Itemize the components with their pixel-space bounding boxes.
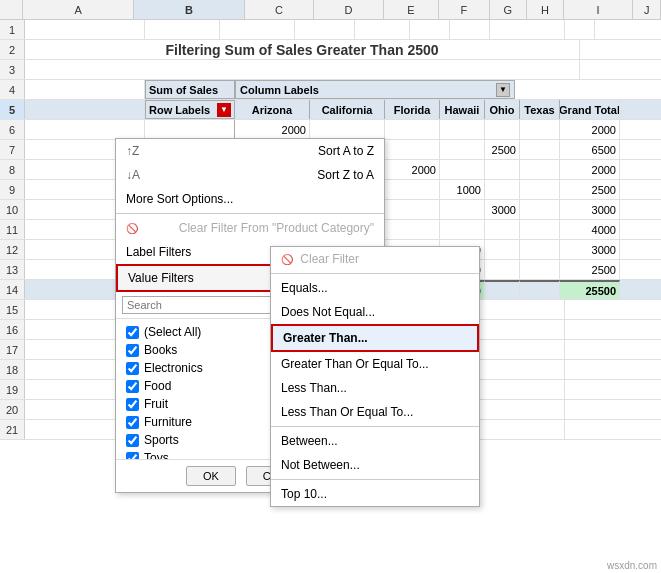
submenu-separator-1: [271, 273, 479, 274]
submenu-less-than-or-equal-label: Less Than Or Equal To...: [281, 405, 413, 419]
pivot-title: Filtering Sum of Sales Greater Than 2500: [25, 40, 580, 59]
clear-filter-item: 🚫 Clear Filter From "Product Category": [116, 216, 384, 240]
submenu-equals[interactable]: Equals...: [271, 276, 479, 300]
submenu-between-label: Between...: [281, 434, 338, 448]
cell-b1[interactable]: [25, 20, 145, 39]
california-header: California: [310, 100, 385, 119]
checkbox-fruit-label: Fruit: [144, 397, 168, 411]
row-num-11: 11: [0, 220, 25, 239]
col-header-c[interactable]: C: [245, 0, 314, 19]
more-sort-label: More Sort Options...: [126, 192, 233, 206]
submenu-less-than-label: Less Than...: [281, 381, 347, 395]
checkbox-sports-label: Sports: [144, 433, 179, 447]
submenu-greater-than-or-equal-label: Greater Than Or Equal To...: [281, 357, 429, 371]
cell-e1[interactable]: [295, 20, 355, 39]
checkbox-electronics-label: Electronics: [144, 361, 203, 375]
submenu-less-than[interactable]: Less Than...: [271, 376, 479, 400]
cell-b6[interactable]: [25, 120, 145, 139]
sort-za-label: Sort Z to A: [317, 168, 374, 182]
checkbox-books-label: Books: [144, 343, 177, 357]
row-num-7: 7: [0, 140, 25, 159]
col-header-d[interactable]: D: [314, 0, 383, 19]
separator-1: [116, 213, 384, 214]
ohio-header: Ohio: [485, 100, 520, 119]
col-header-a[interactable]: A: [23, 0, 134, 19]
submenu-greater-than-label: Greater Than...: [283, 331, 368, 345]
row-3: 3: [0, 60, 661, 80]
checkbox-furniture-label: Furniture: [144, 415, 192, 429]
row-num-4: 4: [0, 80, 25, 99]
hawaii-header: Hawaii: [440, 100, 485, 119]
checkbox-toys-label: Toys: [144, 451, 169, 459]
pivot-sum-sales-header: Sum of Sales: [145, 80, 235, 99]
sort-az-label: Sort A to Z: [318, 144, 374, 158]
spreadsheet: A B C D E F G H I J 1 2 Filtering Sum of…: [0, 0, 661, 573]
row-num-8: 8: [0, 160, 25, 179]
col-header-e[interactable]: E: [384, 0, 439, 19]
row-labels-filter-btn[interactable]: ▼: [217, 103, 231, 117]
cell-b5[interactable]: [25, 100, 145, 119]
row-1: 1: [0, 20, 661, 40]
cell-c1[interactable]: [145, 20, 220, 39]
submenu-not-between-label: Not Between...: [281, 458, 360, 472]
col-header-j[interactable]: J: [633, 0, 661, 19]
submenu-not-between[interactable]: Not Between...: [271, 453, 479, 477]
cell-f1[interactable]: [355, 20, 410, 39]
cell-g1[interactable]: [410, 20, 450, 39]
cell-b3[interactable]: [25, 60, 580, 79]
submenu-less-than-or-equal[interactable]: Less Than Or Equal To...: [271, 400, 479, 424]
label-filters-label: Label Filters: [126, 245, 191, 259]
value-filters-submenu: 🚫 Clear Filter Equals... Does Not Equal.…: [270, 246, 480, 507]
more-sort-item[interactable]: More Sort Options...: [116, 187, 384, 211]
arizona-header: Arizona: [235, 100, 310, 119]
checkbox-select-all-label: (Select All): [144, 325, 201, 339]
submenu-top10[interactable]: Top 10...: [271, 482, 479, 506]
col-header-h[interactable]: H: [527, 0, 564, 19]
sort-az-item[interactable]: ↑Z Sort A to Z: [116, 139, 384, 163]
submenu-greater-than[interactable]: Greater Than...: [271, 324, 479, 352]
checkbox-fruit-input[interactable]: [126, 398, 139, 411]
cell-b4[interactable]: [25, 80, 145, 99]
row-6: 6 2000 2000: [0, 120, 661, 140]
cell-d1[interactable]: [220, 20, 295, 39]
checkbox-food-label: Food: [144, 379, 171, 393]
checkbox-select-all-input[interactable]: [126, 326, 139, 339]
col-header-g[interactable]: G: [490, 0, 527, 19]
row-num-5: 5: [0, 100, 25, 119]
submenu-equals-label: Equals...: [281, 281, 328, 295]
sort-za-item[interactable]: ↓A Sort Z to A: [116, 163, 384, 187]
submenu-clear-filter: 🚫 Clear Filter: [271, 247, 479, 271]
ok-button[interactable]: OK: [186, 466, 236, 486]
submenu-between[interactable]: Between...: [271, 429, 479, 453]
submenu-greater-than-or-equal[interactable]: Greater Than Or Equal To...: [271, 352, 479, 376]
submenu-clear-filter-icon: 🚫: [281, 254, 293, 265]
sort-az-icon: ↑Z: [126, 144, 139, 158]
cell-j1[interactable]: [565, 20, 595, 39]
col-labels-filter-btn[interactable]: ▼: [496, 83, 510, 97]
row-num-12: 12: [0, 240, 25, 259]
watermark: wsxdn.com: [607, 560, 657, 571]
checkbox-food-input[interactable]: [126, 380, 139, 393]
submenu-clear-filter-label: Clear Filter: [300, 252, 359, 266]
corner-cell: [0, 0, 23, 19]
row-num-6: 6: [0, 120, 25, 139]
sort-za-icon: ↓A: [126, 168, 140, 182]
col-header-f[interactable]: F: [439, 0, 490, 19]
row-num-2: 2: [0, 40, 25, 59]
pivot-col-labels-header: Column Labels ▼: [235, 80, 515, 99]
texas-header: Texas: [520, 100, 560, 119]
submenu-not-equal[interactable]: Does Not Equal...: [271, 300, 479, 324]
row-num-14: 14: [0, 280, 25, 299]
checkbox-furniture-input[interactable]: [126, 416, 139, 429]
checkbox-toys-input[interactable]: [126, 452, 139, 460]
clear-filter-icon: 🚫: [126, 223, 138, 234]
cell-i1[interactable]: [490, 20, 565, 39]
row-labels-header: Row Labels ▼: [145, 100, 235, 119]
checkbox-books-input[interactable]: [126, 344, 139, 357]
row-num-13: 13: [0, 260, 25, 279]
checkbox-electronics-input[interactable]: [126, 362, 139, 375]
col-header-i[interactable]: I: [564, 0, 633, 19]
cell-h1[interactable]: [450, 20, 490, 39]
col-header-b[interactable]: B: [134, 0, 245, 19]
checkbox-sports-input[interactable]: [126, 434, 139, 447]
